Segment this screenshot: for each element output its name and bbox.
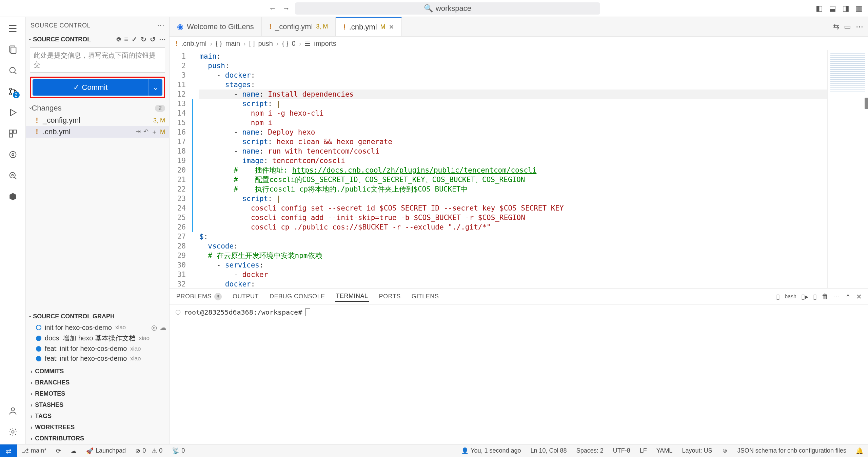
accounts-icon[interactable] — [5, 403, 20, 418]
source-control-icon[interactable]: 2 — [5, 84, 20, 99]
status-ports[interactable]: 📡0 — [167, 447, 190, 455]
sidebar-section-contributors[interactable]: ›CONTRIBUTORS — [26, 433, 169, 444]
status-launchpad[interactable]: 🚀Launchpad — [81, 447, 131, 455]
status-cursor-pos[interactable]: Ln 10, Col 88 — [526, 447, 572, 454]
sidebar-section-remotes[interactable]: ›REMOTES — [26, 388, 169, 399]
status-blame[interactable]: 👤You, 1 second ago — [456, 447, 526, 455]
graph-commit-item[interactable]: init for hexo-cos-demoxiao◎☁ — [36, 323, 166, 332]
nav-back-icon[interactable]: ← — [268, 4, 277, 13]
terminal-body[interactable]: root@283255d6a368:/workspace# — [170, 305, 868, 444]
hexagon-icon[interactable] — [5, 189, 20, 204]
breadcrumb-item: 0 — [292, 40, 295, 47]
bottom-panel: PROBLEMS 3 OUTPUT DEBUG CONSOLE TERMINAL… — [170, 288, 868, 444]
sidebar-section-worktrees[interactable]: ›WORKTREES — [26, 422, 169, 433]
scm-section-header[interactable]: › SOURCE CONTROL ⎊ ≡ ✓ ↻ ↺ ⋯ — [26, 34, 169, 45]
history-icon[interactable]: ↺ — [150, 35, 156, 43]
status-layout[interactable]: Layout: US — [677, 447, 717, 454]
customize-layout-icon[interactable]: ▥ — [855, 4, 863, 13]
status-feedback[interactable]: ☺ — [717, 447, 732, 454]
run-debug-icon[interactable] — [5, 105, 20, 120]
commit-msg-placeholder: 此处是提交信息，填写完点下面的按钮提交 — [34, 52, 156, 68]
terminal-profile-icon[interactable]: ▯ — [776, 293, 780, 301]
command-center[interactable]: 🔍 workspace — [295, 2, 600, 15]
toggle-primary-sidebar-icon[interactable]: ◧ — [816, 4, 823, 13]
toggle-secondary-sidebar-icon[interactable]: ◨ — [842, 4, 849, 13]
chevron-down-icon: › — [27, 316, 33, 317]
panel-tab-ports[interactable]: PORTS — [378, 292, 401, 301]
stage-icon[interactable]: ＋ — [151, 128, 157, 136]
code-content[interactable]: main: push: - docker: stages: - name: In… — [195, 50, 827, 288]
tab-cnb-yml[interactable]: ! .cnb.yml M ✕ — [336, 17, 401, 36]
sidebar-section-stashes[interactable]: ›STASHES — [26, 399, 169, 411]
editor-more-icon[interactable]: ⋯ — [856, 22, 863, 31]
check-icon[interactable]: ✓ — [132, 35, 137, 43]
status-branch[interactable]: ⎇main* — [17, 447, 51, 455]
extensions-icon[interactable] — [5, 126, 20, 141]
remote-indicator[interactable]: ⇄ — [0, 444, 17, 457]
sidebar-section-branches[interactable]: ›BRANCHES — [26, 377, 169, 388]
kill-terminal-icon[interactable]: 🗑 — [822, 293, 828, 300]
compare-icon[interactable]: ⇆ — [833, 22, 839, 31]
toggle-panel-icon[interactable]: ⬓ — [829, 4, 836, 13]
status-language[interactable]: YAML — [652, 447, 677, 454]
commit-message-input[interactable]: 此处是提交信息，填写完点下面的按钮提交 — [30, 47, 165, 73]
filter-icon[interactable]: ≡ — [124, 35, 128, 43]
status-notifications[interactable]: 🔔 — [851, 447, 868, 455]
status-cloud[interactable]: ☁ — [66, 447, 81, 455]
changed-file-row[interactable]: ! _config.yml 3, M — [26, 115, 169, 126]
cloud-icon[interactable]: ☁ — [160, 323, 166, 332]
panel-tab-terminal[interactable]: TERMINAL — [335, 291, 369, 302]
tab-label: Welcome to GitLens — [187, 22, 254, 31]
status-indent[interactable]: Spaces: 2 — [572, 447, 608, 454]
open-file-icon[interactable]: ⇥ — [136, 128, 141, 136]
refresh-icon[interactable]: ↻ — [141, 35, 146, 43]
sidebar-section-commits[interactable]: ›COMMITS — [26, 366, 169, 377]
menu-icon[interactable]: ☰ — [5, 21, 20, 36]
panel-tab-debug[interactable]: DEBUG CONSOLE — [269, 292, 326, 301]
search-tab-icon[interactable] — [5, 63, 20, 78]
panel-tab-output[interactable]: OUTPUT — [232, 292, 259, 301]
sidebar-more-icon[interactable]: ⋯ — [157, 21, 165, 30]
commit-dropdown[interactable]: ⌄ — [148, 79, 162, 96]
panel-tab-label: PORTS — [379, 293, 401, 300]
split-editor-icon[interactable]: ▭ — [844, 22, 851, 31]
panel-tab-gitlens[interactable]: GITLENS — [411, 292, 440, 301]
changed-file-row[interactable]: ! .cnb.yml ⇥ ↶ ＋ M — [26, 126, 169, 138]
close-tab-icon[interactable]: ✕ — [389, 23, 394, 31]
split-terminal-icon[interactable]: ▯▸ — [801, 293, 808, 301]
scm-graph-header[interactable]: › SOURCE CONTROL GRAPH — [26, 310, 169, 323]
commit-button-main[interactable]: ✓ Commit — [33, 79, 148, 96]
minimap[interactable] — [827, 50, 868, 288]
new-terminal-icon[interactable]: ▯ — [813, 293, 817, 301]
changes-header[interactable]: › Changes 2 — [26, 102, 169, 115]
graph-commit-item[interactable]: feat: init for hexo-cos-demoxiao — [36, 355, 166, 362]
minimap-slider[interactable] — [865, 98, 868, 109]
discard-icon[interactable]: ↶ — [143, 128, 149, 136]
tab-welcome-gitlens[interactable]: ◉ Welcome to GitLens — [170, 17, 262, 36]
maximize-panel-icon[interactable]: ＾ — [845, 292, 851, 301]
status-schema[interactable]: JSON schema for cnb configuration files — [733, 447, 851, 454]
yaml-file-icon: ! — [176, 40, 178, 47]
focus-icon[interactable]: ◎ — [151, 323, 157, 332]
graph-icon[interactable]: ⎊ — [117, 35, 121, 43]
status-problems[interactable]: ⊘0 ⚠0 — [131, 447, 167, 455]
status-sync[interactable]: ⟳ — [51, 447, 66, 455]
sidebar-section-tags[interactable]: ›TAGS — [26, 411, 169, 422]
tab-config-yml[interactable]: ! _config.yml 3, M — [262, 17, 336, 36]
panel-more-icon[interactable]: ⋯ — [833, 293, 840, 301]
settings-gear-icon[interactable] — [5, 424, 20, 439]
panel-tab-problems[interactable]: PROBLEMS 3 — [176, 292, 222, 302]
close-panel-icon[interactable]: ✕ — [856, 293, 862, 301]
feedback-icon: ☺ — [722, 447, 728, 454]
breadcrumb[interactable]: ! .cnb.yml ›{ } main ›[ ] push ›{ } 0 ›☰… — [170, 37, 868, 50]
commit-button[interactable]: ✓ Commit ⌄ — [33, 79, 162, 96]
status-eol[interactable]: LF — [635, 447, 652, 454]
graph-commit-item[interactable]: docs: 增加 hexo 基本操作文档xiao — [36, 334, 166, 343]
status-encoding[interactable]: UTF-8 — [608, 447, 635, 454]
explorer-icon[interactable] — [5, 42, 20, 57]
gitlens-icon[interactable] — [5, 147, 20, 162]
nav-forward-icon[interactable]: → — [281, 4, 291, 13]
gitlens-inspect-icon[interactable] — [5, 168, 20, 183]
scm-more-icon[interactable]: ⋯ — [159, 35, 166, 43]
graph-commit-item[interactable]: feat: init for hexo-cos-demoxiao — [36, 345, 166, 353]
